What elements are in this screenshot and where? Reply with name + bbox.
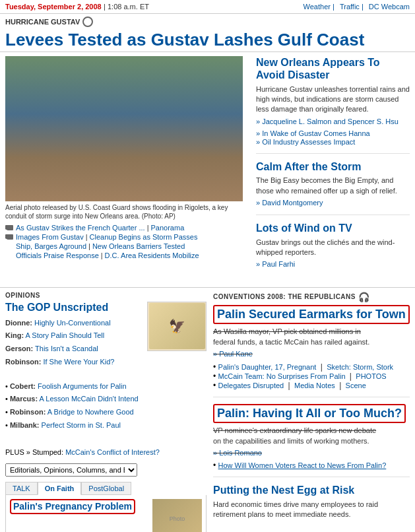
conv-story-having-it-all: Palin: Having It All or Too Much? VP nom… [213, 404, 410, 478]
sub-link-daughter: • Palin's Daughter, 17, Pregnant | Sketc… [213, 362, 410, 372]
byline-link-1[interactable]: » Jacqueline L. Salmon and Spencer S. Hs… [256, 117, 399, 125]
paul-kane-link[interactable]: » Paul Kane [213, 350, 253, 358]
sketch-link[interactable]: Sketch: Storm, Stork [327, 363, 393, 371]
small-links: As Gustav Strikes the French Quarter ...… [5, 224, 249, 259]
date: Tuesday, September 2, 2008 [5, 3, 102, 11]
media-notes-link[interactable]: Media Notes [294, 382, 335, 389]
traffic-link[interactable]: Traffic [340, 3, 360, 11]
top-bar: Tuesday, September 2, 2008 | 1:08 a.m. E… [0, 0, 415, 14]
hurricane-label: HURRICANE GUSTAV [5, 17, 410, 27]
story-wind-byline: » Paul Farhi [256, 259, 410, 269]
conv-having-body: VP nominee's extraordinary life sparks n… [213, 426, 410, 446]
talk-section: TALK On Faith PostGlobal Palin's Pregnan… [5, 482, 207, 532]
opinions-cartoon: 🦅 [147, 302, 207, 351]
conv-having-headline: Palin: Having It All or Too Much? [213, 404, 406, 424]
talk-tabs: TALK On Faith PostGlobal [5, 482, 207, 495]
opinion-bullet-robinson2: • Robinson: A Bridge to Nowhere Good [5, 407, 207, 418]
conv-earmarks-body: As Wasilla mayor, VP pick obtained milli… [213, 327, 410, 347]
conv-earmarks-byline: » Paul Kane [213, 349, 410, 359]
hanna-link[interactable]: » In Wake of Gustav Comes Hanna [256, 129, 410, 137]
headphone-icon: 🎧 [358, 292, 370, 302]
earmarks-link[interactable]: Palin Secured Earmarks for Town [217, 308, 406, 321]
french-quarter-link[interactable]: As Gustav Strikes the French Quarter ... [16, 224, 145, 232]
lois-romano-link[interactable]: » Lois Romano [213, 449, 262, 457]
conv-having-byline: » Lois Romano [213, 448, 410, 458]
conv-earmarks-headline: Palin Secured Earmarks for Town [213, 305, 410, 325]
opinions-dropdown-row: Editorials, Opinions, Columns, and Blogs [5, 463, 207, 477]
mccain-team-link[interactable]: McCain Team: No Surprises From Palin [218, 372, 346, 380]
nest-egg-link[interactable]: Putting the Nest Egg at Risk [213, 484, 354, 496]
bottom-section: OPINIONS 🦅 The GOP Unscripted Dionne: Hi… [0, 288, 415, 532]
hurricane-icon [82, 17, 93, 27]
conv-story-earmarks: Palin Secured Earmarks for Town As Wasil… [213, 305, 410, 397]
opinions-label: OPINIONS [5, 292, 207, 299]
story-new-orleans-sublinks: » In Wake of Gustav Comes Hanna » Oil In… [256, 129, 410, 146]
left-bottom: OPINIONS 🦅 The GOP Unscripted Dionne: Hi… [5, 292, 207, 532]
women-voters-link[interactable]: How Will Women Voters React to News From… [218, 461, 387, 469]
milbank-link[interactable]: Perfect Storm in St. Paul [42, 421, 121, 429]
robinson2-link[interactable]: A Bridge to Nowhere Good [48, 408, 134, 416]
dc-webcam-link[interactable]: DC Webcam [369, 3, 410, 11]
scene-link[interactable]: Scene [346, 382, 366, 389]
story-wind-headline: Lots of Wind on TV [256, 222, 410, 234]
plus-link: PLUS » Stumped: McCain's Conflict of Int… [5, 447, 207, 459]
link-row-3: Ship, Barges Aground | New Orleans Barri… [5, 242, 249, 250]
tab-on-faith[interactable]: On Faith [38, 482, 82, 495]
story-new-orleans: New Orleans Appears To Avoid Disaster Hu… [256, 56, 410, 154]
opinions-dropdown[interactable]: Editorials, Opinions, Columns, and Blogs [5, 463, 137, 477]
story-new-orleans-byline: » Jacqueline L. Salmon and Spencer S. Hs… [256, 117, 410, 127]
talk-content: Palin's Pregnancy Problem Photo [5, 495, 207, 532]
opinion-bullet-cobert: • Cobert: Foolish Arguments for Palin [5, 381, 207, 393]
camera-icon-1 [5, 225, 13, 230]
robinson-link[interactable]: If She Were Your Kid? [43, 358, 114, 366]
byline-link-3[interactable]: » Paul Farhi [256, 260, 295, 268]
opinion-item-robinson: Robinson: If She Were Your Kid? [5, 356, 207, 368]
marcus-link[interactable]: A Lesson McCain Didn't Intend [40, 395, 139, 403]
flood-image [5, 56, 243, 201]
talk-headline: Palin's Pregnancy Problem [10, 499, 148, 514]
panorama-link[interactable]: Panorama [151, 224, 185, 232]
link-row-4: Officials Praise Response | D.C. Area Re… [5, 251, 249, 259]
images-from-gustav-link[interactable]: Images From Gustav [16, 233, 84, 241]
nest-egg-story: Putting the Nest Egg at Risk Hard econom… [213, 484, 410, 519]
story-wind-body: Gustav brings out the clichés and the wi… [256, 238, 410, 258]
header: HURRICANE GUSTAV Levees Tested as Gustav… [0, 14, 415, 52]
camera-icon-2 [5, 234, 13, 240]
dionne-link[interactable]: Highly Un-Conventional [34, 319, 111, 327]
cleanup-link[interactable]: Cleanup Begins as Storm Passes [90, 233, 198, 241]
oil-link[interactable]: » Oil Industry Assesses Impact [256, 138, 410, 146]
nest-egg-headline: Putting the Nest Egg at Risk [213, 484, 410, 496]
talk-headline-link[interactable]: Palin's Pregnancy Problem [13, 501, 132, 512]
tab-talk[interactable]: TALK [5, 482, 38, 495]
opinion-bullet-marcus: • Marcus: A Lesson McCain Didn't Intend [5, 393, 207, 405]
king-link[interactable]: A Story Palin Should Tell [26, 331, 105, 339]
photos-link[interactable]: PHOTOS [356, 372, 386, 380]
having-link[interactable]: Palin: Having It All or Too Much? [217, 407, 402, 420]
weather-link[interactable]: Weather [303, 3, 331, 11]
talk-text: Palin's Pregnancy Problem [10, 499, 148, 532]
tab-postglobal[interactable]: PostGlobal [81, 482, 131, 495]
talk-image: Photo [152, 499, 202, 532]
daughter-link[interactable]: Palin's Daughter, 17, Pregnant [218, 363, 317, 371]
sub-link-delegates: • Delegates Disrupted | Media Notes | Sc… [213, 381, 410, 390]
ship-barges-link[interactable]: Ship, Barges Aground [16, 242, 86, 250]
conventions-label: CONVENTIONS 2008: THE REPUBLICANS 🎧 [213, 292, 410, 302]
sub-link-mccain-team: • McCain Team: No Surprises From Palin |… [213, 372, 410, 381]
story-new-orleans-headline: New Orleans Appears To Avoid Disaster [256, 56, 410, 81]
story-wind: Lots of Wind on TV Gustav brings out the… [256, 222, 410, 276]
conventions-section: CONVENTIONS 2008: THE REPUBLICANS 🎧 Pali… [213, 292, 410, 532]
barriers-link[interactable]: New Orleans Barriers Tested [92, 242, 185, 250]
gerson-link[interactable]: This Isn't a Scandal [35, 345, 98, 352]
mccain-conflict-link[interactable]: McCain's Conflict of Interest? [65, 448, 160, 456]
date-time: Tuesday, September 2, 2008 | 1:08 a.m. E… [5, 2, 149, 11]
main-left: Aerial photo released by U.S. Coast Guar… [5, 56, 249, 283]
officials-link[interactable]: Officials Praise Response [16, 251, 99, 259]
dc-residents-link[interactable]: D.C. Area Residents Mobilize [105, 251, 199, 259]
story-calm-headline: Calm After the Storm [256, 160, 410, 173]
story-new-orleans-body: Hurricane Gustav unleashes torrential ra… [256, 84, 410, 115]
cobert-link[interactable]: Foolish Arguments for Palin [38, 382, 127, 390]
opinions-section: OPINIONS 🦅 The GOP Unscripted Dionne: Hi… [5, 292, 207, 477]
opinions-title-link[interactable]: The GOP Unscripted [5, 302, 108, 313]
byline-link-2[interactable]: » David Montgomery [256, 199, 323, 207]
delegates-link[interactable]: Delegates Disrupted [218, 382, 284, 389]
